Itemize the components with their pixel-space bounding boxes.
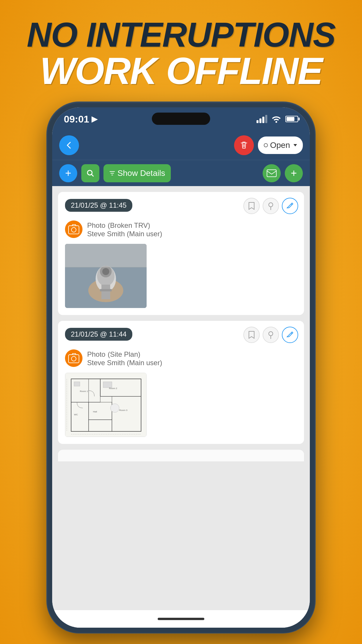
note-actions-1 (243, 198, 298, 214)
location-icon: ▶ (92, 115, 97, 124)
edit-icon (286, 202, 294, 210)
mail-icon (267, 169, 277, 177)
edit-button-1[interactable] (282, 198, 298, 214)
phone-screen-area: 09:01 ▶ (52, 107, 310, 628)
svg-rect-18 (68, 355, 79, 363)
svg-rect-4 (68, 226, 79, 234)
note-card-3-peek (58, 450, 304, 461)
svg-text:Room 2: Room 2 (109, 387, 117, 390)
home-indicator (158, 618, 204, 620)
phone-outer-shell: 09:01 ▶ (47, 102, 315, 633)
svg-text:Room 3: Room 3 (119, 409, 128, 412)
bookmark-icon (248, 202, 255, 210)
svg-rect-14 (65, 244, 147, 267)
svg-point-19 (71, 356, 76, 361)
filter-icon (109, 170, 115, 176)
author-avatar-1 (65, 220, 82, 238)
author-avatar-2 (65, 349, 82, 367)
signal-bars (256, 115, 267, 123)
wifi-icon (271, 115, 281, 123)
signal-bar-4 (265, 115, 267, 123)
photo-icon-2 (68, 353, 79, 363)
show-details-label: Show Details (117, 169, 165, 178)
svg-point-33 (110, 404, 119, 412)
svg-rect-32 (103, 382, 112, 388)
open-label: Open (270, 141, 290, 150)
battery-icon (285, 116, 298, 122)
status-time: 09:01 ▶ (64, 113, 97, 125)
svg-point-2 (269, 203, 273, 207)
svg-point-11 (102, 268, 109, 275)
note-actions-2 (243, 327, 298, 343)
status-dot (264, 143, 268, 147)
mail-button[interactable] (263, 164, 281, 182)
signal-bar-1 (256, 120, 259, 123)
author-info-2: Photo (Site Plan) Steve Smith (Main user… (87, 349, 297, 367)
dynamic-island (152, 113, 210, 125)
pin-button-1[interactable] (263, 198, 279, 214)
svg-rect-13 (100, 289, 112, 291)
status-icons (256, 115, 298, 123)
note-type-2: Photo (Site Plan) (87, 349, 297, 359)
headline: NO INTERUPTIONS WORK OFFLINE (0, 18, 362, 90)
back-button[interactable] (59, 135, 79, 155)
note-image-2[interactable]: Room 1 Room 2 WC Hall Room 3 (65, 373, 147, 437)
siteplan-image-svg: Room 1 Room 2 WC Hall Room 3 (65, 373, 147, 437)
chevron-down-icon (294, 144, 297, 146)
add-button[interactable]: + (59, 164, 77, 182)
status-bar: 09:01 ▶ (52, 107, 310, 131)
svg-text:Hall: Hall (93, 410, 97, 413)
bookmark-icon-2 (248, 331, 255, 339)
note-author-row-2: Photo (Site Plan) Steve Smith (Main user… (65, 349, 297, 367)
note-card-2: 21/01/25 @ 11:44 (58, 321, 304, 444)
signal-bar-2 (259, 118, 261, 123)
search-button[interactable] (81, 164, 99, 182)
content-area: 21/01/25 @ 11:45 (52, 186, 310, 610)
pin-icon-2 (267, 331, 274, 339)
svg-point-16 (269, 332, 273, 336)
delete-button[interactable] (234, 135, 254, 155)
headline-line1: NO INTERUPTIONS (0, 18, 362, 52)
add-green-button[interactable]: + (285, 164, 303, 182)
pin-button-2[interactable] (263, 327, 279, 343)
author-name-1: Steve Smith (Main user) (87, 230, 297, 238)
svg-rect-31 (74, 382, 80, 386)
delete-icon (239, 141, 249, 150)
toolbar: + Show Details (52, 160, 310, 186)
trv-image-svg (65, 244, 147, 308)
headline-line2: WORK OFFLINE (0, 52, 362, 90)
svg-rect-12 (101, 285, 110, 299)
author-info-1: Photo (Broken TRV) Steve Smith (Main use… (87, 220, 297, 238)
timestamp-1: 21/01/25 @ 11:45 (65, 199, 132, 212)
pin-icon (267, 202, 274, 210)
back-arrow-icon (65, 141, 73, 149)
phone-bottom-bar (52, 610, 310, 628)
bookmark-button-1[interactable] (243, 198, 260, 214)
edit-button-2[interactable] (282, 327, 298, 343)
svg-rect-1 (267, 170, 276, 177)
edit-icon-2 (286, 331, 294, 339)
author-name-2: Steve Smith (Main user) (87, 359, 297, 367)
note-image-1[interactable] (65, 244, 147, 308)
bookmark-button-2[interactable] (243, 327, 260, 343)
timestamp-2: 21/01/25 @ 11:44 (65, 328, 132, 341)
signal-bar-3 (262, 117, 264, 123)
time-display: 09:01 (64, 113, 89, 125)
search-icon (86, 169, 95, 178)
add-icon: + (65, 167, 71, 179)
svg-point-5 (71, 228, 76, 232)
note-author-row-1: Photo (Broken TRV) Steve Smith (Main use… (65, 220, 297, 238)
svg-text:WC: WC (74, 413, 78, 416)
nav-bar: Open (52, 131, 310, 160)
photo-icon (68, 224, 79, 234)
svg-text:Room 1: Room 1 (80, 390, 88, 393)
note-card-1: 21/01/25 @ 11:45 (58, 192, 304, 315)
show-details-button[interactable]: Show Details (103, 164, 171, 182)
add-green-icon: + (291, 168, 297, 178)
note-type-1: Photo (Broken TRV) (87, 220, 297, 230)
battery-fill (287, 117, 294, 121)
open-status-button[interactable]: Open (258, 136, 303, 154)
phone-mockup: 09:01 ▶ (47, 102, 315, 633)
